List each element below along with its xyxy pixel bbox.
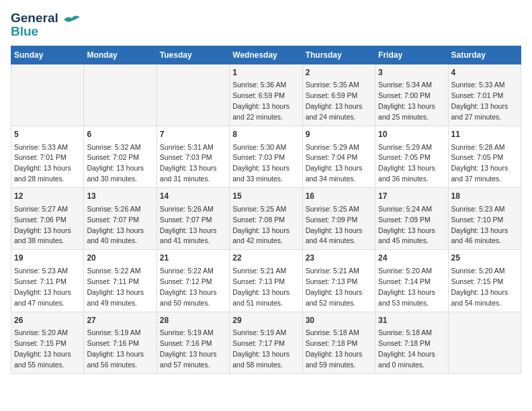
day-cell: 25Sunrise: 5:20 AM Sunset: 7:15 PM Dayli…	[448, 250, 521, 312]
day-cell: 19Sunrise: 5:23 AM Sunset: 7:11 PM Dayli…	[11, 250, 84, 312]
day-number: 12	[14, 191, 81, 202]
day-number: 22	[232, 253, 299, 264]
logo-text: General	[11, 11, 80, 26]
day-info: Sunrise: 5:29 AM Sunset: 7:05 PM Dayligh…	[378, 143, 435, 183]
day-info: Sunrise: 5:36 AM Sunset: 6:59 PM Dayligh…	[232, 81, 290, 121]
day-number: 31	[378, 315, 445, 326]
day-info: Sunrise: 5:24 AM Sunset: 7:09 PM Dayligh…	[378, 205, 435, 245]
day-info: Sunrise: 5:31 AM Sunset: 7:03 PM Dayligh…	[160, 143, 217, 183]
week-row-2: 5Sunrise: 5:33 AM Sunset: 7:01 PM Daylig…	[11, 126, 521, 188]
day-info: Sunrise: 5:21 AM Sunset: 7:13 PM Dayligh…	[232, 267, 290, 307]
day-cell: 21Sunrise: 5:22 AM Sunset: 7:12 PM Dayli…	[157, 250, 229, 312]
day-cell: 29Sunrise: 5:19 AM Sunset: 7:17 PM Dayli…	[230, 312, 302, 373]
day-cell: 24Sunrise: 5:20 AM Sunset: 7:14 PM Dayli…	[375, 250, 448, 312]
day-cell: 14Sunrise: 5:26 AM Sunset: 7:07 PM Dayli…	[157, 188, 229, 250]
day-info: Sunrise: 5:18 AM Sunset: 7:18 PM Dayligh…	[378, 328, 435, 369]
day-cell: 15Sunrise: 5:25 AM Sunset: 7:08 PM Dayli…	[230, 188, 302, 250]
day-info: Sunrise: 5:23 AM Sunset: 7:10 PM Dayligh…	[451, 205, 508, 245]
day-info: Sunrise: 5:30 AM Sunset: 7:03 PM Dayligh…	[232, 143, 290, 183]
day-number: 5	[14, 129, 81, 140]
day-number: 10	[378, 129, 445, 140]
day-info: Sunrise: 5:35 AM Sunset: 6:59 PM Dayligh…	[306, 81, 363, 121]
day-info: Sunrise: 5:21 AM Sunset: 7:13 PM Dayligh…	[306, 267, 363, 307]
day-number: 13	[87, 191, 153, 202]
header-row: SundayMondayTuesdayWednesdayThursdayFrid…	[11, 46, 521, 64]
day-info: Sunrise: 5:22 AM Sunset: 7:12 PM Dayligh…	[160, 267, 217, 307]
day-number: 21	[160, 253, 226, 264]
day-number: 16	[306, 191, 372, 202]
day-number: 2	[306, 67, 372, 79]
day-number: 24	[378, 253, 445, 264]
day-number: 18	[451, 191, 518, 202]
day-cell: 28Sunrise: 5:19 AM Sunset: 7:16 PM Dayli…	[157, 312, 229, 373]
day-cell	[448, 312, 521, 373]
day-info: Sunrise: 5:19 AM Sunset: 7:16 PM Dayligh…	[87, 328, 144, 369]
day-cell: 3Sunrise: 5:34 AM Sunset: 7:00 PM Daylig…	[375, 64, 448, 126]
day-cell: 31Sunrise: 5:18 AM Sunset: 7:18 PM Dayli…	[375, 312, 448, 373]
day-info: Sunrise: 5:27 AM Sunset: 7:06 PM Dayligh…	[14, 205, 71, 245]
day-info: Sunrise: 5:33 AM Sunset: 7:01 PM Dayligh…	[451, 81, 508, 121]
day-cell: 1Sunrise: 5:36 AM Sunset: 6:59 PM Daylig…	[230, 64, 302, 126]
day-info: Sunrise: 5:25 AM Sunset: 7:08 PM Dayligh…	[232, 205, 290, 245]
day-info: Sunrise: 5:20 AM Sunset: 7:15 PM Dayligh…	[451, 267, 508, 307]
day-cell: 9Sunrise: 5:29 AM Sunset: 7:04 PM Daylig…	[302, 126, 375, 188]
col-header-wednesday: Wednesday	[230, 46, 302, 64]
day-info: Sunrise: 5:23 AM Sunset: 7:11 PM Dayligh…	[14, 267, 71, 307]
day-number: 15	[232, 191, 299, 202]
day-number: 8	[232, 129, 299, 140]
week-row-4: 19Sunrise: 5:23 AM Sunset: 7:11 PM Dayli…	[11, 250, 521, 312]
logo-bird-icon	[62, 14, 80, 25]
day-number: 17	[378, 191, 445, 202]
day-cell: 27Sunrise: 5:19 AM Sunset: 7:16 PM Dayli…	[84, 312, 157, 373]
day-number: 25	[451, 253, 518, 264]
day-info: Sunrise: 5:29 AM Sunset: 7:04 PM Dayligh…	[306, 143, 363, 183]
day-info: Sunrise: 5:26 AM Sunset: 7:07 PM Dayligh…	[87, 205, 144, 245]
day-cell: 5Sunrise: 5:33 AM Sunset: 7:01 PM Daylig…	[11, 126, 84, 188]
day-cell: 26Sunrise: 5:20 AM Sunset: 7:15 PM Dayli…	[11, 312, 84, 373]
day-number: 3	[378, 67, 445, 79]
day-number: 1	[232, 67, 299, 79]
day-number: 29	[232, 315, 299, 326]
logo-blue: Blue	[11, 24, 38, 39]
day-cell: 8Sunrise: 5:30 AM Sunset: 7:03 PM Daylig…	[230, 126, 302, 188]
day-info: Sunrise: 5:34 AM Sunset: 7:00 PM Dayligh…	[378, 81, 435, 121]
day-cell: 6Sunrise: 5:32 AM Sunset: 7:02 PM Daylig…	[84, 126, 157, 188]
day-info: Sunrise: 5:33 AM Sunset: 7:01 PM Dayligh…	[14, 143, 71, 183]
day-cell: 2Sunrise: 5:35 AM Sunset: 6:59 PM Daylig…	[302, 64, 375, 126]
day-number: 11	[451, 129, 518, 140]
day-cell: 7Sunrise: 5:31 AM Sunset: 7:03 PM Daylig…	[157, 126, 229, 188]
col-header-monday: Monday	[84, 46, 157, 64]
day-number: 20	[87, 253, 153, 264]
day-cell: 13Sunrise: 5:26 AM Sunset: 7:07 PM Dayli…	[84, 188, 157, 250]
day-number: 4	[451, 67, 518, 79]
day-cell: 12Sunrise: 5:27 AM Sunset: 7:06 PM Dayli…	[11, 188, 84, 250]
day-cell: 16Sunrise: 5:25 AM Sunset: 7:09 PM Dayli…	[302, 188, 375, 250]
week-row-5: 26Sunrise: 5:20 AM Sunset: 7:15 PM Dayli…	[11, 312, 521, 373]
day-cell: 22Sunrise: 5:21 AM Sunset: 7:13 PM Dayli…	[230, 250, 302, 312]
col-header-tuesday: Tuesday	[157, 46, 229, 64]
page-header: General Blue	[11, 11, 521, 39]
day-number: 28	[160, 315, 226, 326]
day-number: 6	[87, 129, 153, 140]
day-cell: 23Sunrise: 5:21 AM Sunset: 7:13 PM Dayli…	[302, 250, 375, 312]
calendar-table: SundayMondayTuesdayWednesdayThursdayFrid…	[11, 46, 521, 374]
day-info: Sunrise: 5:20 AM Sunset: 7:14 PM Dayligh…	[378, 267, 435, 307]
day-cell: 10Sunrise: 5:29 AM Sunset: 7:05 PM Dayli…	[375, 126, 448, 188]
day-cell: 18Sunrise: 5:23 AM Sunset: 7:10 PM Dayli…	[448, 188, 521, 250]
day-cell: 30Sunrise: 5:18 AM Sunset: 7:18 PM Dayli…	[302, 312, 375, 373]
day-info: Sunrise: 5:25 AM Sunset: 7:09 PM Dayligh…	[306, 205, 363, 245]
day-number: 9	[306, 129, 372, 140]
col-header-thursday: Thursday	[302, 46, 375, 64]
day-number: 7	[160, 129, 226, 140]
day-number: 23	[306, 253, 372, 264]
day-info: Sunrise: 5:26 AM Sunset: 7:07 PM Dayligh…	[160, 205, 217, 245]
day-info: Sunrise: 5:18 AM Sunset: 7:18 PM Dayligh…	[306, 328, 363, 369]
day-number: 14	[160, 191, 226, 202]
day-info: Sunrise: 5:22 AM Sunset: 7:11 PM Dayligh…	[87, 267, 144, 307]
day-cell: 17Sunrise: 5:24 AM Sunset: 7:09 PM Dayli…	[375, 188, 448, 250]
day-info: Sunrise: 5:19 AM Sunset: 7:17 PM Dayligh…	[232, 328, 290, 369]
day-info: Sunrise: 5:32 AM Sunset: 7:02 PM Dayligh…	[87, 143, 144, 183]
week-row-3: 12Sunrise: 5:27 AM Sunset: 7:06 PM Dayli…	[11, 188, 521, 250]
col-header-friday: Friday	[375, 46, 448, 64]
day-cell: 11Sunrise: 5:28 AM Sunset: 7:05 PM Dayli…	[448, 126, 521, 188]
